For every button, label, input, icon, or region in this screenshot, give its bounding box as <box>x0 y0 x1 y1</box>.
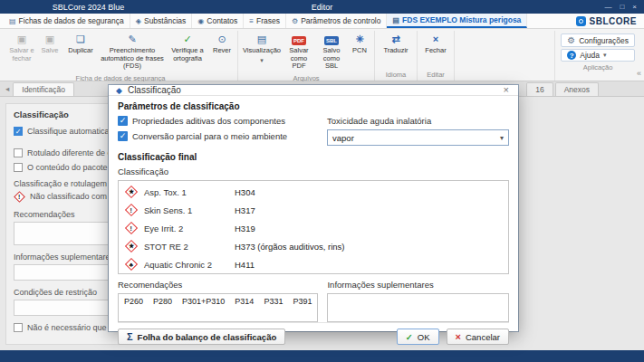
save-button[interactable]: ▣ Salve <box>37 31 62 58</box>
preview-button[interactable]: ▤ Visualização ▾ <box>241 31 283 67</box>
classification-list[interactable]: ★ Asp. Tox. 1 H304 ! Skin Sens. 1 H317 !… <box>118 180 509 274</box>
cancel-x-icon: × <box>456 331 461 342</box>
preview-icon: ▤ <box>257 33 266 45</box>
classification-row[interactable]: ★ Asp. Tox. 1 H304 <box>122 183 505 201</box>
duplicate-button[interactable]: ❏ Duplicar <box>62 31 99 58</box>
environment-pictogram-icon: ♣ <box>125 258 138 271</box>
tab-parametros-controlo[interactable]: ⚙ Parâmetros de controlo <box>286 14 388 28</box>
dialog-title: Classificação <box>128 85 181 95</box>
document-icon: ▤ <box>9 17 16 25</box>
title-bar: SBLCore 2024 Blue Editor — □ × <box>0 0 644 14</box>
ribbon-group-label: Aplicação <box>561 62 635 73</box>
button-label: Traduzir <box>383 47 408 55</box>
not-required-checkbox[interactable] <box>14 323 23 332</box>
toxicity-select[interactable]: vapor ▾ <box>327 129 509 146</box>
classification-row[interactable]: ! Eye Irrit. 2 H319 <box>122 219 505 237</box>
button-label: Ajuda <box>580 51 600 60</box>
balance-sheet-button[interactable]: Σ Folha do balanço de classificação <box>118 329 285 345</box>
checkbox-label: Propriedades aditivas dos componentes <box>132 116 285 126</box>
minimize-icon[interactable]: — <box>604 3 611 11</box>
save-and-close-button[interactable]: ▣ Salvar e fechar <box>6 31 37 65</box>
sblcore-logo-icon <box>576 16 586 26</box>
supplementary-box[interactable] <box>327 293 509 322</box>
scroll-left-icon[interactable]: ◂ <box>5 84 9 93</box>
auto-classify-checkbox[interactable]: ✓ <box>14 127 23 136</box>
pcn-button[interactable]: ✳ PCN <box>348 31 371 58</box>
dialog-title-bar: ◆ Classificação × <box>109 85 518 96</box>
close-window-icon[interactable]: × <box>632 3 637 11</box>
partial-conversion-checkbox[interactable]: ✓ <box>118 131 128 141</box>
button-label: Salvo como SBL <box>317 47 346 71</box>
autofill-phrases-button[interactable]: ✎ Preenchimento automático de frases (FD… <box>99 31 166 73</box>
save-as-sbl-button[interactable]: SBL Salvo como SBL <box>315 31 348 73</box>
tab-contatos[interactable]: ◉ Contatos <box>192 14 244 28</box>
button-label: Configurações <box>579 36 629 45</box>
classification-row[interactable]: ! Skin Sens. 1 H317 <box>122 201 505 219</box>
hazard-code: H304 <box>235 187 505 197</box>
app-title: SBLCore 2024 Blue <box>0 3 177 12</box>
tab-fichas-de-dados[interactable]: ▤ Fichas de dados de segurança <box>4 14 130 28</box>
ribbon-group-fds: ▣ Salvar e fechar ▣ Salve ❏ Duplicar ✎ P… <box>4 31 238 81</box>
tab-label: Frases <box>256 16 280 25</box>
classification-row[interactable]: ★ STOT RE 2 H373 (órgãos auditivos, rins… <box>122 237 505 255</box>
p-phrase: P391 <box>293 297 312 306</box>
classification-row[interactable]: ♣ Aquatic Chronic 2 H411 <box>122 255 505 273</box>
pcn-icon: ✳ <box>355 33 363 45</box>
help-button[interactable]: ? Ajuda ▾ <box>561 49 635 62</box>
sbl-icon: SBL <box>324 36 339 45</box>
health-hazard-pictogram-icon: ★ <box>125 240 138 252</box>
chevron-down-icon: ▾ <box>603 52 607 59</box>
additive-properties-checkbox[interactable]: ✓ <box>118 116 128 126</box>
button-label: Verifique a ortografia <box>168 47 207 62</box>
ribbon-group-editar: × Fechar Editar <box>418 31 455 81</box>
collapse-ribbon-icon[interactable]: « <box>637 69 641 78</box>
controls-icon: ⚙ <box>292 17 298 25</box>
p-phrase: P260 <box>124 297 143 306</box>
different-label-checkbox[interactable] <box>14 148 23 157</box>
phrases-icon: ≡ <box>249 17 254 25</box>
tab-substancias[interactable]: ◈ Substâncias <box>130 14 192 28</box>
p-phrase: P301+P310 <box>182 297 225 306</box>
maximize-icon[interactable]: □ <box>620 3 624 11</box>
brand-text: SBLCORE <box>590 16 637 26</box>
dialog-close-icon[interactable]: × <box>502 85 511 95</box>
button-label: OK <box>418 332 430 342</box>
button-label: Folha do balanço de classificação <box>138 332 277 342</box>
package-content-checkbox[interactable] <box>14 163 23 172</box>
review-button[interactable]: ⊙ Rever <box>209 31 235 58</box>
tab-frases[interactable]: ≡ Frases <box>244 14 286 28</box>
magnifier-icon: ⊙ <box>217 33 226 45</box>
contacts-icon: ◉ <box>197 17 204 25</box>
recommendations-box[interactable]: P260 P280 P301+P310 P314 P331 P391 <box>118 293 318 322</box>
translate-icon: ⇄ <box>391 33 399 45</box>
exclamation-pictogram-icon: ! <box>125 222 138 234</box>
cancel-button[interactable]: × Cancelar <box>447 329 509 345</box>
p-phrase: P331 <box>264 297 283 306</box>
settings-button[interactable]: ⚙ Configurações <box>561 33 635 47</box>
ribbon-group-label: Idioma <box>378 70 414 81</box>
checkbox-label: Conversão parcial para o meio ambiente <box>132 131 287 141</box>
hazard-class: Asp. Tox. 1 <box>144 187 235 197</box>
flask-icon: ◈ <box>136 17 141 25</box>
tab-fds-exemplo-active[interactable]: ▤ FDS EXEMPLO Mistura perigosa <box>387 14 527 28</box>
duplicate-icon: ❏ <box>76 33 85 45</box>
ok-button[interactable]: ✓ OK <box>397 329 439 345</box>
section-tab-anexos[interactable]: Anexos <box>555 82 599 96</box>
tab-label: Parâmetros de controlo <box>301 16 380 25</box>
sigma-icon: Σ <box>127 331 133 342</box>
dialog-icon: ◆ <box>116 86 122 95</box>
gear-icon: ⚙ <box>567 35 575 45</box>
tab-label: Fichas de dados de segurança <box>19 16 124 25</box>
save-close-icon: ▣ <box>17 33 26 45</box>
button-label: Salve <box>42 47 59 55</box>
translate-button[interactable]: ⇄ Traduzir <box>378 31 414 58</box>
section-tab-16[interactable]: 16 <box>526 82 553 96</box>
tab-label: Substâncias <box>144 16 186 25</box>
ribbon: ▣ Salvar e fechar ▣ Salve ❏ Duplicar ✎ P… <box>0 29 644 81</box>
close-editor-button[interactable]: × Fechar <box>420 31 451 58</box>
save-as-pdf-button[interactable]: PDF Salvar como PDF <box>283 31 315 73</box>
module-tab-bar: ▤ Fichas de dados de segurança ◈ Substân… <box>0 14 644 29</box>
spellcheck-button[interactable]: ✓ Verifique a ortografia <box>166 31 209 65</box>
params-section-header: Parâmetros de classificação <box>118 101 509 111</box>
section-tab-identificacao[interactable]: Identificação <box>13 82 74 96</box>
